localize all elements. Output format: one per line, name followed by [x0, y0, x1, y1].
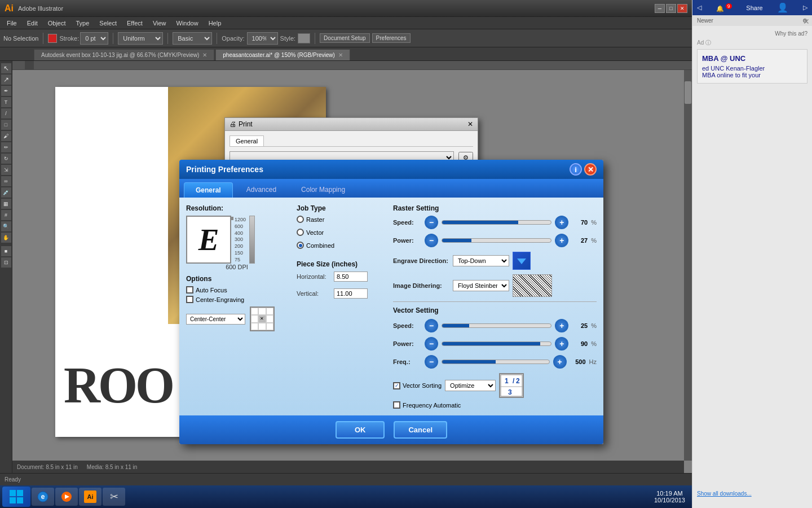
raster-power-slider[interactable] — [442, 238, 551, 243]
raster-option[interactable]: Raster — [297, 216, 384, 223]
line-style-select[interactable]: Basic — [173, 32, 212, 45]
tab-2[interactable]: pheasantcoaster.ai* @ 150% (RGB/Preview)… — [215, 49, 350, 60]
vector-sorting-checkbox-sq[interactable] — [393, 382, 400, 389]
share-btn[interactable]: Share — [746, 5, 762, 11]
center-engraving-checkbox[interactable]: Center-Engraving — [186, 296, 288, 303]
preferences-button[interactable]: Preferences — [372, 33, 411, 43]
vector-power-minus[interactable]: − — [425, 337, 438, 351]
combined-option[interactable]: Combined — [297, 242, 384, 249]
pp-tab-color-mapping[interactable]: Color Mapping — [290, 182, 356, 198]
engrave-direction-select[interactable]: Top-Down Bottom-Up — [453, 255, 509, 266]
raster-power-minus[interactable]: − — [425, 234, 438, 247]
menu-select[interactable]: Select — [95, 19, 121, 28]
vector-speed-plus[interactable]: + — [555, 319, 568, 332]
doc-setup-button[interactable]: Document Setup — [320, 33, 370, 43]
menu-type[interactable]: Type — [72, 19, 94, 28]
scroll-thumb-v[interactable] — [685, 81, 691, 104]
resolution-slider-handle[interactable] — [230, 217, 233, 220]
vector-speed-slider[interactable] — [442, 323, 551, 328]
auto-focus-checkbox-sq[interactable] — [186, 286, 193, 294]
raster-radio[interactable] — [297, 216, 304, 223]
menu-help[interactable]: Help — [204, 19, 226, 28]
vector-sorting-select[interactable]: Optimize None — [445, 380, 496, 391]
close-button[interactable]: ✕ — [677, 4, 687, 13]
mesh-tool[interactable]: # — [1, 210, 11, 220]
vector-freq-plus[interactable]: + — [553, 355, 567, 369]
taskbar-wmp[interactable] — [55, 488, 78, 506]
menu-effect[interactable]: Effect — [122, 19, 147, 28]
maximize-button[interactable]: □ — [666, 4, 676, 13]
eyedropper-tool[interactable]: 💉 — [1, 187, 11, 198]
pp-info-button[interactable]: i — [570, 163, 582, 176]
notifications-btn[interactable]: 🔔 9 — [716, 3, 732, 12]
combined-radio[interactable] — [297, 242, 304, 249]
line-tool[interactable]: / — [1, 108, 11, 119]
select-tool[interactable]: ↖ — [1, 63, 11, 73]
auto-focus-checkbox[interactable]: Auto Focus — [186, 286, 288, 294]
why-ad-link[interactable]: Why this ad? — [697, 30, 807, 37]
pp-ok-button[interactable]: OK — [336, 421, 385, 439]
tab-1[interactable]: Autodesk event box 10-10-13 jig.ai @ 66.… — [34, 49, 214, 60]
scroll-v[interactable] — [684, 70, 692, 461]
engrave-direction-btn[interactable] — [513, 252, 531, 270]
rect-tool[interactable]: □ — [1, 120, 11, 130]
resolution-slider-track[interactable] — [249, 216, 255, 264]
pp-cancel-button[interactable]: Cancel — [394, 421, 447, 439]
vector-speed-minus[interactable]: − — [425, 319, 438, 332]
vector-freq-minus[interactable]: − — [425, 355, 438, 369]
center-engraving-checkbox-sq[interactable] — [186, 296, 193, 303]
raster-speed-minus[interactable]: − — [425, 216, 438, 229]
direct-select-tool[interactable]: ↗ — [1, 75, 11, 85]
freq-auto-checkbox[interactable] — [393, 401, 400, 409]
scale-tool[interactable]: ⇲ — [1, 165, 11, 175]
rotate-tool[interactable]: ↻ — [1, 154, 11, 164]
taskbar-scissors[interactable]: ✂ — [103, 488, 125, 506]
position-select[interactable]: Center-Center Top-Left Top-Right — [186, 314, 245, 325]
tab-1-close[interactable]: ✕ — [202, 52, 207, 58]
vector-power-plus[interactable]: + — [555, 337, 568, 351]
raster-speed-slider[interactable] — [442, 220, 551, 225]
print-tab-general[interactable]: General — [230, 135, 264, 146]
vector-sorting-checkbox-item[interactable]: Vector Sorting — [393, 382, 442, 389]
vector-freq-slider[interactable] — [442, 360, 550, 364]
blend-tool[interactable]: ∞ — [1, 176, 11, 186]
print-close-btn[interactable]: ✕ — [467, 120, 473, 128]
menu-view[interactable]: View — [148, 19, 171, 28]
zoom-tool[interactable]: 🔍 — [1, 221, 11, 231]
image-dithering-select[interactable]: Floyd Steinberg Jarvis — [453, 280, 509, 291]
vector-power-slider[interactable] — [442, 341, 551, 346]
raster-speed-plus[interactable]: + — [555, 216, 568, 229]
color-fill[interactable]: ■ — [1, 246, 11, 256]
type-tool[interactable]: T — [1, 97, 11, 107]
vector-option[interactable]: Vector — [297, 229, 384, 236]
start-button[interactable] — [2, 487, 30, 507]
screen-mode[interactable]: ⊡ — [1, 257, 11, 268]
pencil-tool[interactable]: ✏ — [1, 142, 11, 152]
horizontal-input[interactable] — [334, 271, 368, 282]
menu-window[interactable]: Window — [172, 19, 203, 28]
menu-edit[interactable]: Edit — [23, 19, 42, 28]
vector-radio[interactable] — [297, 229, 304, 236]
raster-power-plus[interactable]: + — [555, 234, 568, 247]
pp-tab-advanced[interactable]: Advanced — [235, 182, 288, 198]
taskbar-ie[interactable]: e — [32, 488, 54, 506]
gradient-tool[interactable]: ▦ — [1, 199, 11, 209]
opacity-select[interactable]: 100% — [247, 32, 278, 45]
tab-2-close[interactable]: ✕ — [338, 52, 343, 58]
stroke-value-select[interactable]: 0 pt — [80, 32, 108, 45]
vertical-input[interactable] — [334, 288, 368, 299]
sort-icon-display: 1 / 2 3 — [499, 373, 524, 398]
pen-tool[interactable]: ✒ — [1, 86, 11, 96]
minimize-button[interactable]: ─ — [655, 4, 665, 13]
pp-title-bar: Printing Preferences i ✕ — [179, 160, 603, 179]
menu-object[interactable]: Object — [43, 19, 70, 28]
show-downloads-link[interactable]: Show all downloads... — [697, 491, 807, 497]
menu-file[interactable]: File — [2, 19, 21, 28]
paintbrush-tool[interactable]: 🖌 — [1, 131, 11, 141]
panel-close-btn[interactable]: ✕ — [803, 17, 810, 26]
taskbar-ai[interactable]: Ai — [79, 488, 102, 506]
stroke-type-select[interactable]: Uniform — [118, 32, 163, 45]
hand-tool[interactable]: ✋ — [1, 233, 11, 243]
pp-close-button[interactable]: ✕ — [584, 163, 597, 176]
pp-tab-general[interactable]: General — [184, 182, 233, 198]
